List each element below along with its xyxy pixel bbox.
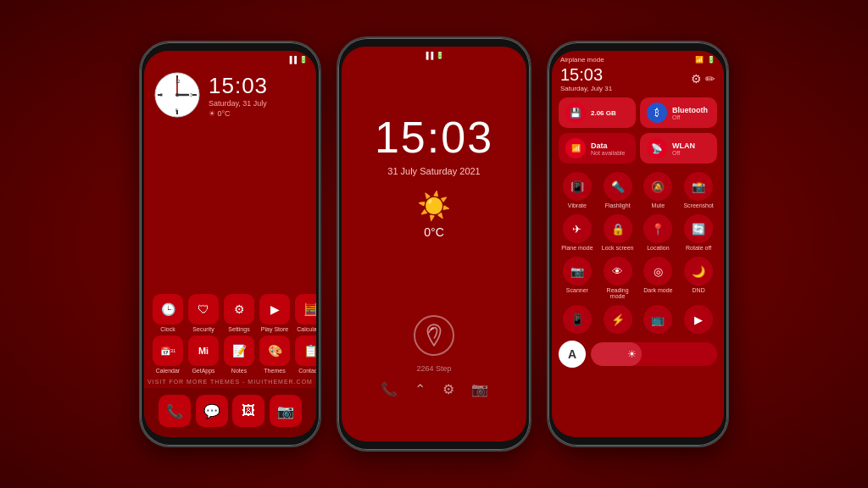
cc-location-btn[interactable]: 📍 Location: [640, 214, 677, 251]
app-security[interactable]: 🛡 Security: [188, 294, 219, 332]
app-getapps[interactable]: Mi GetApps: [188, 336, 219, 374]
airplane-label: Plane mode: [561, 245, 593, 251]
cc-bluetooth-text: Bluetooth Off: [672, 106, 710, 120]
home-screen: ▐▐ 🔋: [144, 51, 316, 437]
bluetooth-icon: ₿: [647, 103, 667, 123]
calculator-icon: 🧮: [295, 294, 316, 324]
mute-icon: 🔕: [643, 172, 672, 201]
dock-gallery[interactable]: 🖼: [232, 395, 264, 427]
rotate-icon: 🔄: [684, 214, 713, 243]
cc-scanner-btn[interactable]: 📷 Scanner: [559, 257, 596, 299]
signal-icon: ▐▐: [287, 56, 297, 64]
dock-camera[interactable]: 📷: [270, 395, 302, 427]
phone-lock: ▐▐ 🔋 15:03 31 July Saturday 2021 ☀️ 0°C: [337, 36, 531, 452]
storage-icon: 💾: [565, 103, 586, 123]
calendar-label: Calendar: [156, 368, 180, 374]
cc-media-btn2[interactable]: ⚡: [599, 305, 637, 334]
getapps-label: GetApps: [192, 368, 214, 374]
darkmode-icon: ◎: [643, 257, 672, 286]
data-icon: 📶: [565, 138, 586, 158]
app-grid-row1: 🕒 Clock 🛡 Security ⚙ Settings ▶ Play Sto…: [144, 287, 316, 336]
cc-flashlight-btn[interactable]: 🔦 Flashlight: [599, 172, 637, 208]
app-notes[interactable]: 📝 Notes: [224, 336, 254, 374]
cc-wlan-toggle[interactable]: 📡 WLAN Off: [640, 133, 717, 164]
cc-reading-btn[interactable]: 👁 Reading mode: [599, 257, 637, 299]
vibrate-label: Vibrate: [568, 202, 587, 208]
phone-control: Airplane mode 📶 🔋 15:03 Saturday, July 3…: [547, 41, 729, 447]
contacts-icon: 📋: [295, 336, 316, 366]
cc-status-bar: Airplane mode 📶 🔋: [552, 51, 724, 65]
brightness-slider[interactable]: ☀: [591, 342, 717, 366]
cc-vibrate-btn[interactable]: 📳 Vibrate: [559, 172, 596, 208]
app-calendar[interactable]: 📅31 Calendar: [153, 336, 183, 374]
cc-dnd-btn[interactable]: 🌙 DND: [680, 257, 717, 299]
darkmode-label: Dark mode: [643, 287, 672, 293]
lock-camera-icon[interactable]: 📷: [471, 381, 488, 397]
sun-icon: ☀️: [417, 190, 451, 222]
media-icon1: 📱: [563, 305, 592, 334]
cc-gear-icon[interactable]: ⚙: [691, 72, 702, 86]
home-weather: ☀ 0°C: [209, 109, 306, 118]
settings-label: Settings: [228, 326, 249, 332]
accessibility-button[interactable]: A: [559, 341, 586, 368]
analog-clock: 12 3 6 9: [154, 72, 200, 118]
cc-screenshot-btn[interactable]: 📸 Screenshot: [680, 172, 717, 208]
media-icon4: ▶: [684, 305, 713, 334]
themes-icon: 🎨: [259, 336, 290, 366]
lock-date: 31 July Saturday 2021: [387, 166, 480, 176]
screenshot-label: Screenshot: [683, 202, 713, 208]
control-screen: Airplane mode 📶 🔋 15:03 Saturday, July 3…: [552, 51, 724, 437]
lock-weather: ☀️ 0°C: [417, 190, 451, 239]
lock-expand-icon: ⌃: [415, 381, 426, 397]
clock-icon: 🕒: [153, 294, 183, 324]
lock-screen: ▐▐ 🔋 15:03 31 July Saturday 2021 ☀️ 0°C: [342, 47, 526, 441]
status-icons: ▐▐ 🔋: [287, 56, 308, 64]
lock-temp: 0°C: [424, 225, 444, 239]
settings-icon: ⚙: [224, 294, 254, 324]
dock-messages[interactable]: 💬: [196, 395, 228, 427]
cc-storage-toggle[interactable]: 💾 2.06 GB: [559, 97, 636, 128]
cc-media-btn4[interactable]: ▶: [680, 305, 717, 334]
cc-battery-icon: 🔋: [707, 56, 715, 64]
cc-data-toggle[interactable]: 📶 Data Not available: [559, 133, 636, 164]
lock-settings-icon[interactable]: ⚙: [442, 381, 454, 397]
cc-bluetooth-toggle[interactable]: ₿ Bluetooth Off: [640, 97, 717, 128]
clock-label: Clock: [160, 326, 175, 332]
app-themes[interactable]: 🎨 Themes: [259, 336, 290, 374]
lock-bottom-icons: 📞 ⌃ ⚙ 📷: [381, 381, 488, 408]
cc-rotate-btn[interactable]: 🔄 Rotate off: [680, 214, 717, 251]
wlan-sub: Off: [672, 150, 710, 156]
dock-phone[interactable]: 📞: [159, 395, 191, 427]
app-grid-row2: 📅31 Calendar Mi GetApps 📝 Notes 🎨 Themes…: [144, 336, 316, 377]
app-settings[interactable]: ⚙ Settings: [224, 294, 254, 332]
svg-text:6: 6: [175, 108, 178, 113]
cc-mute-btn[interactable]: 🔕 Mute: [640, 172, 677, 208]
phones-container: ▐▐ 🔋: [139, 36, 729, 452]
app-contacts[interactable]: 📋 Contacts: [295, 336, 316, 374]
cc-airplane-btn[interactable]: ✈ Plane mode: [559, 214, 596, 251]
svg-text:3: 3: [190, 92, 192, 97]
fingerprint-icon[interactable]: [414, 315, 454, 356]
data-sub: Not available: [591, 150, 629, 156]
cc-lockscreen-btn[interactable]: 🔒 Lock screen: [599, 214, 637, 251]
scanner-icon: 📷: [563, 257, 592, 286]
cc-edit-icon[interactable]: ✏: [705, 72, 715, 86]
app-playstore[interactable]: ▶ Play Store: [259, 294, 290, 332]
phone-home: ▐▐ 🔋: [139, 41, 321, 447]
app-clock[interactable]: 🕒 Clock: [153, 294, 183, 332]
lock-time: 15:03: [375, 112, 493, 163]
cc-media-row: 📱 ⚡ 📺 ▶: [552, 303, 724, 336]
lockscreen-label: Lock screen: [602, 245, 634, 251]
fingerprint-area: 2264 Step 📞 ⌃ ⚙ 📷: [381, 315, 488, 408]
calendar-icon: 📅31: [153, 336, 183, 366]
cc-media-btn1[interactable]: 📱: [559, 305, 596, 334]
lock-phone-icon[interactable]: 📞: [381, 381, 398, 397]
app-calculator[interactable]: 🧮 Calculator: [295, 294, 316, 332]
letter-a: A: [568, 347, 576, 361]
cc-small-row2: ✈ Plane mode 🔒 Lock screen 📍 Location 🔄 …: [552, 213, 724, 252]
clock-widget: 12 3 6 9 15:03 Saturday, 31 July ☀ 0°C: [144, 65, 316, 121]
security-icon: 🛡: [188, 294, 219, 324]
cc-darkmode-btn[interactable]: ◎ Dark mode: [640, 257, 677, 299]
cc-media-btn3[interactable]: 📺: [640, 305, 677, 334]
contacts-label: Contacts: [298, 368, 316, 374]
